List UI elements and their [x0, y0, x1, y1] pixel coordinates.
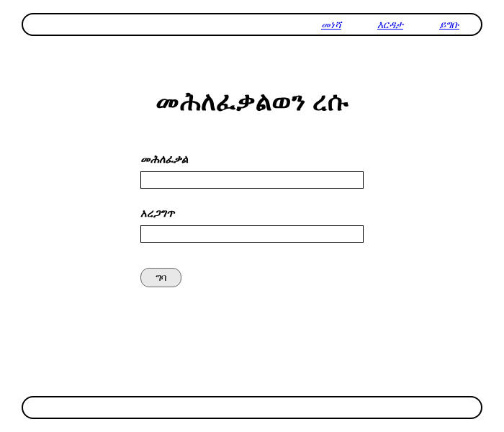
confirm-group: አረጋግጥ: [140, 207, 364, 243]
submit-button[interactable]: ግባ: [140, 268, 181, 287]
password-reset-form: መሕለፈቃል አረጋግጥ ግባ: [140, 153, 364, 287]
password-group: መሕለፈቃል: [140, 153, 364, 189]
nav-link-home[interactable]: መነሻ: [321, 19, 341, 31]
password-label: መሕለፈቃል: [140, 153, 364, 166]
bottom-bar: [22, 396, 482, 419]
main-content: መሕለፈቃልወን ረሱ መሕለፈቃል አረጋግጥ ግባ: [0, 86, 504, 287]
page-title: መሕለፈቃልወን ረሱ: [0, 86, 504, 117]
password-input[interactable]: [140, 171, 364, 189]
top-nav-bar: መነሻ እርዳታ ይግቡ: [22, 13, 482, 36]
confirm-label: አረጋግጥ: [140, 207, 364, 220]
nav-link-help[interactable]: እርዳታ: [377, 19, 403, 31]
nav-link-login[interactable]: ይግቡ: [439, 19, 459, 31]
confirm-input[interactable]: [140, 225, 364, 243]
